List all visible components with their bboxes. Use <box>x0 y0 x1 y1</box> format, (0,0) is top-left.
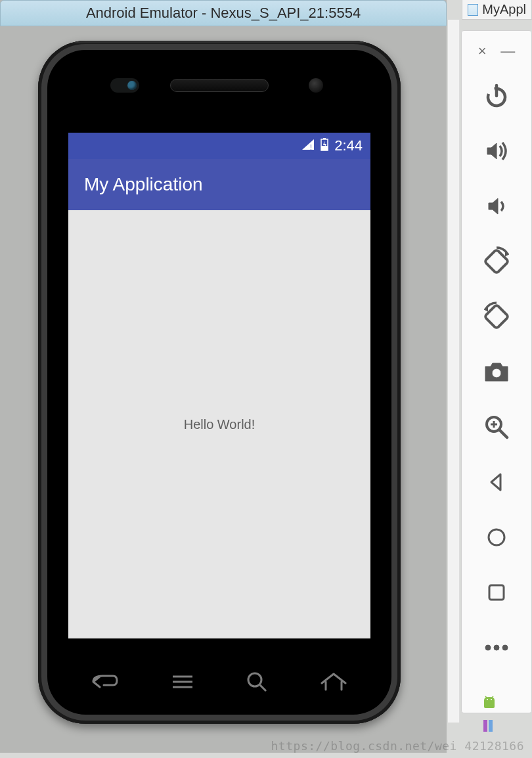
search-hw-button[interactable] <box>245 670 269 696</box>
home-nav-icon[interactable] <box>477 518 516 556</box>
back-nav-icon[interactable] <box>477 463 516 501</box>
device-sensors <box>38 79 401 92</box>
svg-line-15 <box>500 430 507 437</box>
hardware-buttons <box>91 670 348 696</box>
proximity-sensor <box>110 78 139 93</box>
svg-point-22 <box>502 645 508 650</box>
svg-point-13 <box>492 368 501 378</box>
svg-rect-11 <box>485 250 509 274</box>
battery-icon <box>320 138 329 154</box>
earpiece <box>170 79 269 92</box>
rotate-right-icon[interactable] <box>477 298 516 336</box>
ide-sidebar-strip <box>448 20 460 723</box>
watermark-text: https://blog.csdn.net/wei 42128166 <box>271 739 524 753</box>
toolbar-window-controls: × — <box>462 43 531 77</box>
toolbar-close-button[interactable]: × <box>478 43 487 60</box>
more-icon[interactable] <box>477 629 516 667</box>
ide-file-tab-label: MyAppl <box>482 2 526 17</box>
android-icon <box>482 695 497 713</box>
power-icon[interactable] <box>477 77 516 115</box>
svg-rect-12 <box>485 305 509 329</box>
file-icon <box>468 4 478 16</box>
toolbar-minimize-button[interactable]: — <box>500 43 515 60</box>
device-screen[interactable]: ! 2:44 My Application Hello World! <box>68 133 370 638</box>
svg-rect-3 <box>321 146 328 150</box>
signal-icon: ! <box>301 139 315 153</box>
back-hw-button[interactable] <box>91 671 120 696</box>
power-button[interactable] <box>399 185 401 238</box>
volume-rocker[interactable] <box>38 317 39 402</box>
app-bar: My Application <box>68 159 370 210</box>
svg-rect-19 <box>489 585 504 600</box>
status-time: 2:44 <box>334 137 363 154</box>
device-frame: ! 2:44 My Application Hello World! <box>38 41 401 724</box>
zoom-icon[interactable] <box>477 408 516 446</box>
overview-nav-icon[interactable] <box>477 573 516 612</box>
svg-line-8 <box>260 685 266 691</box>
svg-point-24 <box>491 699 492 700</box>
status-bar: ! 2:44 <box>68 133 370 159</box>
emulator-title: Android Emulator - Nexus_S_API_21:5554 <box>86 5 361 22</box>
svg-point-21 <box>494 645 499 650</box>
svg-point-23 <box>487 699 488 700</box>
rotate-left-icon[interactable] <box>477 242 516 280</box>
screenshot-icon[interactable] <box>477 353 516 391</box>
front-camera <box>309 78 323 93</box>
volume-down-icon[interactable] <box>477 187 516 225</box>
volume-up-icon[interactable] <box>477 132 516 170</box>
svg-point-18 <box>489 529 504 545</box>
svg-point-20 <box>485 645 491 650</box>
svg-point-7 <box>248 673 261 686</box>
emulator-toolbar: × — <box>461 30 532 713</box>
app-content: Hello World! <box>68 210 370 638</box>
layout-switch-icon[interactable] <box>483 720 497 732</box>
emulator-titlebar[interactable]: Android Emulator - Nexus_S_API_21:5554 <box>0 0 447 26</box>
device-top-band <box>49 41 390 43</box>
app-title: My Application <box>84 174 203 195</box>
ide-file-tab[interactable]: MyAppl <box>462 0 532 20</box>
home-hw-button[interactable] <box>319 671 348 695</box>
emulator-window: Android Emulator - Nexus_S_API_21:5554 !… <box>0 0 447 753</box>
menu-hw-button[interactable] <box>170 673 195 694</box>
svg-text:!: ! <box>310 144 312 150</box>
hello-text: Hello World! <box>184 417 255 432</box>
